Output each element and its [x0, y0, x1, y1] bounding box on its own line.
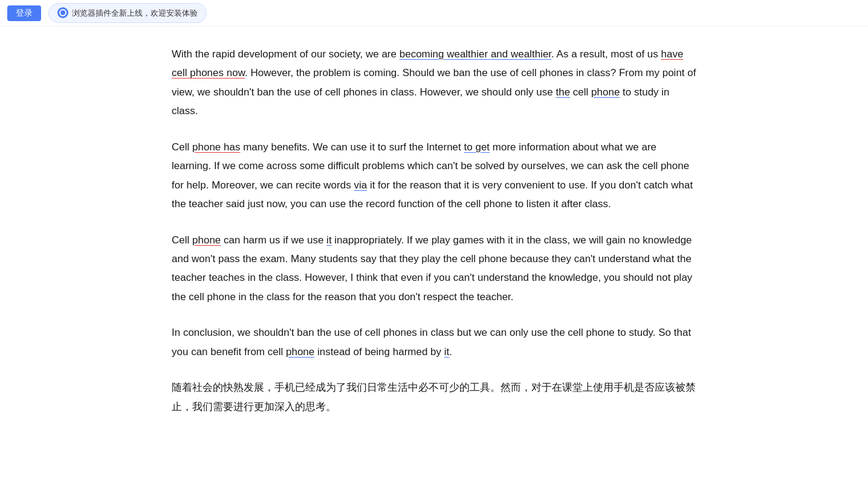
login-button[interactable]: 登录 — [7, 5, 41, 21]
paragraph-2: Cell phone has many benefits. We can use… — [172, 138, 696, 214]
p1-highlight-becoming: becoming wealthier and wealthier — [400, 48, 551, 60]
p2-text-mid1: many benefits. We can use it to surf the… — [240, 141, 464, 153]
browser-plugin-banner[interactable]: 浏览器插件全新上线，欢迎安装体验 — [48, 3, 207, 23]
p2-highlight-toget: to get — [464, 141, 490, 153]
paragraph-1: With the rapid development of our societ… — [172, 45, 696, 121]
p2-highlight-phonehas: phone has — [192, 141, 240, 153]
p5-chinese-text: 随着社会的快熟发展，手机已经成为了我们日常生活中必不可少的工具。然而，对于在课堂… — [172, 382, 696, 413]
p4-highlight-phone: phone — [286, 346, 314, 358]
p3-highlight-it: it — [326, 234, 332, 246]
paragraph-3: Cell phone can harm us if we use it inap… — [172, 231, 696, 307]
p1-text-mid3: cell — [570, 86, 591, 98]
plugin-icon — [57, 7, 68, 18]
p4-period: . — [449, 346, 452, 358]
top-bar: 登录 浏览器插件全新上线，欢迎安装体验 — [0, 0, 868, 27]
p1-text-start: With the rapid development of our societ… — [172, 48, 400, 60]
p3-text-start: Cell — [172, 234, 192, 246]
main-content: With the rapid development of our societ… — [0, 27, 868, 458]
paragraph-5-chinese: 随着社会的快熟发展，手机已经成为了我们日常生活中必不可少的工具。然而，对于在课堂… — [172, 378, 696, 417]
p1-highlight-the: the — [555, 86, 570, 98]
p2-highlight-via: via — [354, 179, 367, 191]
p3-text-mid1: can harm us if we use — [221, 234, 326, 246]
p2-text-start: Cell — [172, 141, 192, 153]
p4-text-end: instead of being harmed by — [314, 346, 444, 358]
article-body: With the rapid development of our societ… — [172, 45, 696, 417]
p1-text-mid1: . As a result, most of us — [551, 48, 661, 60]
p3-highlight-phone: phone — [192, 234, 221, 246]
p1-highlight-phone: phone — [591, 86, 620, 98]
paragraph-4: In conclusion, we shouldn't ban the use … — [172, 323, 696, 361]
banner-text: 浏览器插件全新上线，欢迎安装体验 — [72, 6, 198, 20]
